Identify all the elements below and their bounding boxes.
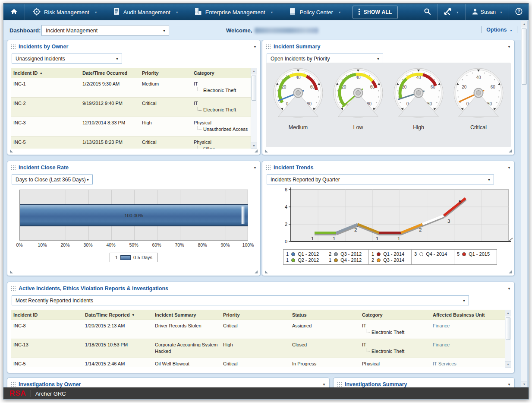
dashboard-select[interactable]: Incident Management ▼	[41, 25, 169, 36]
panel-resize-corner[interactable]	[10, 149, 13, 152]
legend-count: 1	[371, 251, 374, 257]
scroll-down-arrow[interactable]: ▼	[505, 361, 511, 367]
column-header-label: Incident ID	[13, 70, 38, 76]
legend-count: 1	[286, 251, 289, 257]
legend-label: 0-5 Days	[133, 255, 152, 260]
scroll-up-arrow[interactable]: ▲	[505, 310, 511, 316]
drag-grip-icon[interactable]	[337, 382, 342, 387]
nav-item-enterprise-management[interactable]: Enterprise Management ▼	[186, 4, 281, 20]
table-cell: Critical	[220, 320, 290, 339]
scroll-down-arrow[interactable]: ▼	[521, 381, 527, 387]
close-rate-filter-select[interactable]: Days to Close (Last 365 Days) ▼	[12, 175, 93, 184]
panel-resize-corner[interactable]	[265, 149, 268, 152]
collapse-caret-icon[interactable]: ▼	[507, 166, 511, 170]
search-button[interactable]	[418, 4, 437, 20]
user-menu-button[interactable]: Susan ▼	[466, 4, 509, 20]
drag-grip-icon[interactable]	[11, 165, 16, 171]
table-vertical-scrollbar[interactable]: ▲ ▼	[505, 310, 511, 368]
drag-grip-icon[interactable]	[11, 286, 16, 292]
table-cell: High	[220, 339, 290, 358]
occurred-datetime: 9/19/2012 9:40 PM	[82, 101, 123, 106]
panel-resize-corner[interactable]	[255, 270, 258, 273]
panel-resize-corner[interactable]	[10, 270, 13, 273]
collapse-caret-icon[interactable]: ▼	[253, 45, 257, 49]
table-cell: INC-8	[11, 320, 82, 339]
legend-count: 5	[457, 251, 460, 257]
close-rate-bar: 100.00%	[20, 204, 248, 226]
drag-grip-icon[interactable]	[11, 382, 16, 387]
column-header-label: Incident ID	[13, 312, 38, 317]
collapse-caret-icon[interactable]: ▼	[253, 166, 257, 170]
collapse-caret-icon[interactable]: ▼	[507, 287, 511, 291]
panel-resize-corner[interactable]	[509, 270, 512, 273]
column-header[interactable]: Affected Business Unit	[430, 310, 505, 320]
incidents-by-owner-filter-select[interactable]: Unassigned Incidents ▼	[12, 54, 122, 63]
scroll-up-arrow[interactable]: ▲	[521, 21, 527, 27]
options-button[interactable]: Options ▼	[486, 27, 513, 33]
legend-entry: 5Q1 - 2015	[457, 251, 494, 257]
page-vertical-scrollbar[interactable]: ▲ ▼	[521, 21, 528, 387]
trends-filter-select[interactable]: Incidents Reported by Quarter ▼	[267, 175, 494, 184]
legend-count: 1	[329, 257, 331, 263]
table-vertical-scrollbar[interactable]: ▲ ▼	[251, 68, 257, 149]
table-row[interactable]: INC-51/13/2015 8:23 PMCriticalPhysicalOt…	[11, 136, 251, 149]
column-header[interactable]: Category	[191, 68, 251, 78]
drag-grip-icon[interactable]	[266, 165, 271, 171]
column-header[interactable]: Incident ID▲	[11, 68, 80, 78]
nav-item-risk-management[interactable]: Risk Management ▼	[25, 4, 105, 20]
panel-resize-corner[interactable]	[509, 149, 512, 152]
column-header[interactable]: Status	[290, 310, 359, 320]
nav-item-audit-management[interactable]: Audit Management ▼	[105, 4, 186, 20]
legend-count: 1	[286, 257, 289, 263]
nav-item-label: Policy Center	[299, 9, 333, 16]
help-button[interactable]: ?	[509, 4, 529, 20]
priority-value: Critical	[142, 101, 157, 106]
status-value: Closed	[292, 342, 307, 347]
column-header[interactable]: Date/Time Occurred	[80, 68, 139, 78]
tools-menu-button[interactable]: ▼	[438, 4, 465, 20]
column-header-label: Priority	[223, 312, 240, 317]
nav-item-policy-center[interactable]: Policy Center ▼	[281, 4, 349, 20]
table-cell: Corporate Accounting System Hacked	[152, 339, 220, 358]
drag-grip-icon[interactable]	[266, 44, 271, 50]
scrollbar-thumb[interactable]	[522, 29, 527, 85]
panel-resize-corner[interactable]	[255, 149, 258, 152]
table-row[interactable]: INC-29/19/2012 9:40 PMCriticalITElectron…	[11, 98, 251, 117]
column-header[interactable]: Incident Summary	[152, 310, 220, 320]
table-row[interactable]: INC-81/20/2015 2:13 AMDriver Records Sto…	[11, 320, 505, 339]
table-row[interactable]: INC-131/18/2015 10:53 PMCorporate Accoun…	[11, 339, 505, 358]
table-row[interactable]: INC-51/14/2015 2:46 AMOil Well BlowoutCr…	[11, 358, 505, 367]
occurred-datetime: 1/2/2015 9:30 AM	[82, 81, 120, 86]
gauge-low: 020406080Low	[331, 65, 386, 133]
column-header[interactable]: Date/Time Reported▼	[82, 310, 152, 320]
collapse-caret-icon[interactable]: ▼	[322, 383, 326, 387]
scroll-down-arrow[interactable]: ▼	[251, 143, 257, 149]
column-header[interactable]: Incident ID	[11, 310, 82, 320]
table-cell: INC-5	[11, 136, 80, 149]
legend-quarter-label: Q4 - 2014	[426, 251, 447, 257]
legend-dot	[377, 258, 381, 262]
collapse-caret-icon[interactable]: ▼	[507, 45, 511, 49]
trends-line-chart: 024611211235	[278, 186, 519, 248]
home-button[interactable]	[3, 8, 25, 16]
close-rate-bar-chart: 100.00%	[19, 190, 248, 241]
table-row[interactable]: INC-312/10/2014 8:33 PMHighPhysicalUnaut…	[11, 117, 251, 136]
x-tick-label: 60%	[149, 242, 164, 248]
drag-grip-icon[interactable]	[11, 44, 16, 50]
table-row[interactable]: INC-11/2/2015 9:30 AMMediumITElectronic …	[11, 78, 251, 98]
chevron-down-icon: ▼	[163, 29, 166, 32]
column-header[interactable]: Priority	[220, 310, 290, 320]
column-header[interactable]: Priority	[139, 68, 191, 78]
scrollbar-thumb[interactable]	[252, 76, 256, 101]
column-header[interactable]: Category	[359, 310, 430, 320]
active-incidents-filter-select[interactable]: Most Recently Reported Incidents ▼	[12, 295, 469, 305]
legend-entry: 1Q4 - 2012	[329, 257, 366, 263]
scroll-up-arrow[interactable]: ▲	[251, 68, 257, 74]
collapse-caret-icon[interactable]: ▼	[507, 383, 511, 387]
incident-summary-filter-select[interactable]: Open Incidents by Priority ▼	[267, 54, 383, 63]
table-cell: Assigned	[290, 320, 359, 339]
x-tick-label: 30%	[80, 242, 96, 248]
show-all-button[interactable]: SHOW ALL	[353, 6, 398, 19]
scrollbar-thumb[interactable]	[506, 317, 510, 340]
panel-resize-corner[interactable]	[265, 270, 268, 273]
